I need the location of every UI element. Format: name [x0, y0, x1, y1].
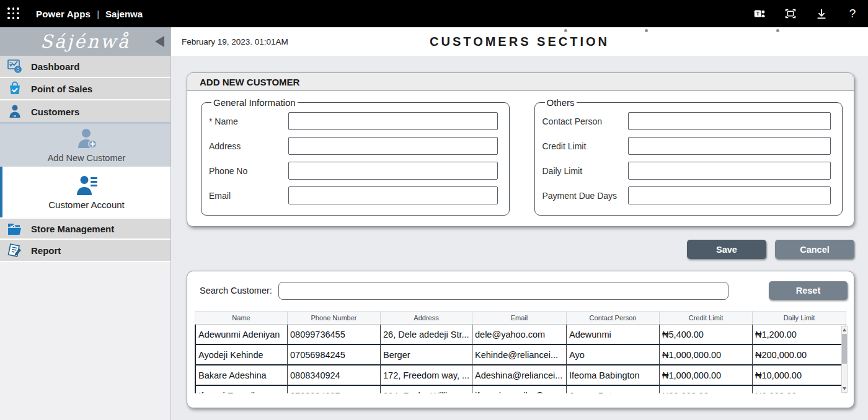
cancel-button[interactable]: Cancel: [775, 240, 854, 259]
sidebar-item-label: Customers: [31, 107, 79, 117]
scrollbar-thumb[interactable]: [842, 334, 847, 364]
svg-text:T: T: [756, 11, 760, 17]
datetime-label: February 19, 2023. 01:01AM: [182, 37, 288, 46]
add-customer-icon: [74, 127, 99, 151]
table-header-row: Name Phone Number Address Email Contact …: [195, 311, 848, 325]
sidebar-item-label: Store Management: [31, 224, 114, 234]
cell-name: Ifeanyi Emenike: [195, 386, 288, 393]
sidebar-item-dashboard[interactable]: Dashboard: [0, 56, 170, 78]
daily-limit-field[interactable]: [628, 162, 831, 180]
cell-address: 234, Fuche Williams...: [381, 386, 472, 393]
content-area: ADD NEW CUSTOMER General Information * N…: [171, 56, 868, 420]
contact-person-label: Contact Person: [542, 116, 628, 126]
sidebar-item-customers[interactable]: Customers: [0, 100, 170, 123]
phone-field[interactable]: [288, 162, 498, 180]
payment-due-days-field[interactable]: [628, 186, 831, 204]
sidebar-item-point-of-sales[interactable]: Point of Sales: [0, 78, 170, 100]
cell-phone: 08099736455: [288, 325, 381, 345]
customer-icon: [6, 103, 23, 120]
credit-limit-field[interactable]: [628, 137, 831, 155]
brand-separator: |: [97, 9, 99, 19]
cell-credit-limit: ₦20,000.00: [660, 386, 753, 393]
column-header: Address: [381, 311, 472, 325]
column-header: Name: [195, 311, 288, 325]
contact-person-field[interactable]: [628, 112, 831, 130]
scroll-down-icon[interactable]: [843, 387, 846, 390]
cell-address: 26, Dele adedeji Str...: [381, 325, 472, 345]
reset-button[interactable]: Reset: [769, 281, 848, 300]
column-header: Credit Limit: [660, 311, 753, 325]
table-row[interactable]: Ifeanyi Emenike 0708304937 234, Fuche Wi…: [195, 386, 848, 393]
sidebar-item-add-new-customer[interactable]: Add New Customer: [0, 123, 170, 167]
cell-contact: James Peter: [567, 386, 660, 393]
decorative-dot: [645, 29, 648, 32]
download-icon[interactable]: [815, 7, 828, 20]
sidebar-item-store-management[interactable]: Store Management: [0, 217, 170, 240]
cell-email: dele@yahoo.com: [472, 325, 567, 345]
cell-daily-limit: ₦1,200.00: [753, 325, 846, 345]
sidebar-item-label: Add New Customer: [48, 153, 126, 163]
column-header: Contact Person: [567, 311, 660, 325]
cell-daily-limit: ₦10,000.00: [753, 365, 846, 386]
cell-name: Adewunmi Adeniyan: [195, 325, 288, 345]
name-field[interactable]: [288, 112, 498, 130]
cell-email: Kehinde@reliancei...: [472, 345, 567, 365]
customers-table: Name Phone Number Address Email Contact …: [195, 311, 848, 393]
cell-email: Adeshina@reliancei...: [472, 365, 567, 386]
table-row[interactable]: Adewunmi Adeniyan 08099736455 26, Dele a…: [195, 325, 848, 345]
add-customer-panel: ADD NEW CUSTOMER General Information * N…: [187, 72, 854, 227]
daily-limit-label: Daily Limit: [542, 166, 628, 176]
sidebar-item-customer-account[interactable]: Customer Account: [2, 167, 170, 217]
folder-icon: [6, 221, 23, 237]
fieldset-legend: General Information: [211, 97, 298, 108]
address-label: Address: [209, 141, 288, 151]
customers-submenu: Add New Customer Customer Account: [0, 123, 170, 217]
shopping-bag-icon: [6, 81, 23, 97]
scroll-up-icon[interactable]: [843, 328, 846, 331]
customer-list-panel: Search Customer: Reset Name Phone Number…: [187, 271, 854, 408]
decorative-dot: [776, 29, 779, 32]
address-field[interactable]: [288, 137, 498, 155]
cell-daily-limit: ₦200,000.00: [753, 345, 846, 365]
table-row[interactable]: Bakare Adeshina 0808340924 172, Freedom …: [195, 365, 848, 386]
cell-daily-limit: ₦2,000.00: [753, 386, 846, 393]
fit-screen-icon[interactable]: [784, 7, 797, 20]
powerapps-brand: Power Apps: [36, 9, 91, 19]
search-customer-input[interactable]: [278, 282, 728, 300]
cell-phone: 0808340924: [288, 365, 381, 386]
teams-icon[interactable]: T: [753, 7, 766, 20]
decorative-dot: [564, 29, 567, 32]
top-app-bar: Power Apps | Sajenwa T ?: [0, 0, 868, 27]
general-information-fieldset: General Information * Name Address Phone…: [201, 97, 510, 216]
cell-credit-limit: ₦5,400.00: [660, 325, 753, 345]
logo-bar: Sájénwå: [0, 27, 170, 56]
search-customer-label: Search Customer:: [200, 286, 272, 295]
report-icon: [6, 242, 23, 259]
table-scrollbar[interactable]: [841, 326, 848, 393]
app-name: Sajenwa: [105, 9, 143, 19]
help-icon[interactable]: ?: [846, 7, 859, 20]
collapse-arrow-icon[interactable]: [155, 36, 164, 47]
cell-address: Berger: [381, 345, 472, 365]
cell-address: 172, Freedom way, ...: [381, 365, 472, 386]
cell-contact: Ayo: [567, 345, 660, 365]
payment-due-days-label: Payment Due Days: [542, 191, 628, 201]
cell-phone: 07056984245: [288, 345, 381, 365]
save-button[interactable]: Save: [687, 240, 766, 259]
credit-limit-label: Credit Limit: [542, 141, 628, 151]
sidebar-item-report[interactable]: Report: [0, 240, 170, 262]
email-field[interactable]: [288, 186, 498, 204]
sidebar-item-label: Dashboard: [31, 61, 79, 72]
cell-contact: Adewunmi: [567, 325, 660, 345]
cell-contact: Ifeoma Babington: [567, 365, 660, 386]
column-header: Email: [472, 311, 567, 325]
others-fieldset: Others Contact Person Credit Limit Daily…: [534, 97, 843, 216]
app-launcher-icon[interactable]: [7, 7, 20, 20]
table-row[interactable]: Ayodeji Kehinde 07056984245 Berger Kehin…: [195, 345, 848, 365]
column-header: Phone Number: [288, 311, 381, 325]
column-header: Daily Limit: [753, 311, 846, 325]
sidebar-item-label: Customer Account: [48, 199, 125, 210]
name-label: * Name: [209, 116, 288, 126]
cell-credit-limit: ₦1,000,000.00: [660, 365, 753, 386]
sidebar-item-label: Point of Sales: [31, 84, 92, 94]
